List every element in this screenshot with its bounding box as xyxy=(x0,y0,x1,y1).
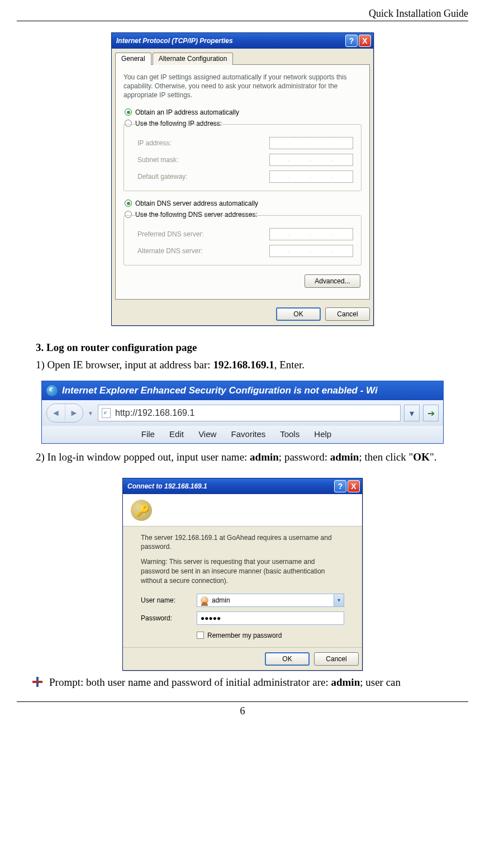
back-button[interactable]: ◄ xyxy=(47,404,65,422)
remember-password-label: Remember my password xyxy=(207,632,282,639)
ip-address-input: ... xyxy=(269,137,353,149)
radio-obtain-ip-auto[interactable]: Obtain an IP address automatically xyxy=(123,107,362,118)
menu-edit[interactable]: Edit xyxy=(169,429,184,439)
ie-titlebar: Internet Explorer Enhanced Security Conf… xyxy=(42,381,443,400)
general-tab-panel: You can get IP settings assigned automat… xyxy=(115,64,370,300)
username-row: User name: admin ▾ xyxy=(131,591,354,609)
close-button[interactable]: X xyxy=(359,35,371,47)
history-dropdown-icon[interactable]: ▼ xyxy=(87,410,94,416)
cancel-button[interactable]: Cancel xyxy=(314,652,359,666)
footer-rule xyxy=(17,701,468,702)
preferred-dns-label: Preferred DNS server: xyxy=(137,230,204,238)
menu-view[interactable]: View xyxy=(198,429,216,439)
alternate-dns-label: Alternate DNS server: xyxy=(137,247,203,255)
tcpip-button-row: OK Cancel xyxy=(112,303,373,325)
username-dropdown-icon[interactable]: ▾ xyxy=(334,594,344,606)
preferred-dns-input: ... xyxy=(269,228,353,240)
auth-dialog: Connect to 192.168.169.1 ? X The server … xyxy=(122,478,363,671)
username-label: User name: xyxy=(141,596,197,604)
radio-dot-icon xyxy=(125,200,132,207)
subnet-mask-input: ... xyxy=(269,154,353,166)
menu-favorites[interactable]: Favorites xyxy=(231,429,266,439)
user-icon xyxy=(201,596,208,604)
close-button[interactable]: X xyxy=(348,480,360,492)
username-value: admin xyxy=(212,596,230,604)
menu-tools[interactable]: Tools xyxy=(280,429,299,439)
step-1-text: 1) Open IE browser, input at address bar… xyxy=(36,357,468,373)
section-heading: 3. Log on router configuration page xyxy=(36,341,468,354)
cancel-button[interactable]: Cancel xyxy=(325,307,370,321)
menu-file[interactable]: File xyxy=(141,429,155,439)
tcpip-title-text: Internet Protocol (TCP/IP) Properties xyxy=(116,37,233,45)
page-header: Quick Installation Guide xyxy=(17,8,468,20)
tcpip-properties-dialog: Internet Protocol (TCP/IP) Properties ? … xyxy=(111,32,374,326)
radio-dot-icon xyxy=(125,108,132,116)
address-dropdown-button[interactable]: ▾ xyxy=(404,405,420,421)
nav-back-forward: ◄ ► xyxy=(46,404,83,423)
auth-title-text: Connect to 192.168.169.1 xyxy=(127,482,207,490)
dns-fields-group: Preferred DNS server: ... Alternate DNS … xyxy=(123,215,362,265)
remember-password-row[interactable]: Remember my password xyxy=(131,627,354,647)
ok-button[interactable]: OK xyxy=(265,652,310,666)
tab-general[interactable]: General xyxy=(115,53,151,65)
ie-nav-row: ◄ ► ▼ http://192.168.169.1 ▾ ➔ xyxy=(42,400,443,426)
ip-address-label: IP address: xyxy=(137,139,171,147)
forward-button[interactable]: ► xyxy=(65,404,83,422)
prompt-note: Prompt: both user name and password of i… xyxy=(17,674,468,690)
address-bar[interactable]: http://192.168.169.1 xyxy=(98,405,401,421)
ie-title-text: Internet Explorer Enhanced Security Conf… xyxy=(62,385,378,396)
tab-alternate-configuration[interactable]: Alternate Configuration xyxy=(153,53,234,65)
auth-server-message: The server 192.168.169.1 at GoAhead requ… xyxy=(141,533,344,552)
ip-fields-group: IP address: ... Subnet mask: ... Default… xyxy=(123,124,362,191)
username-input[interactable]: admin ▾ xyxy=(197,594,344,607)
auth-titlebar: Connect to 192.168.169.1 ? X xyxy=(123,478,362,494)
help-button[interactable]: ? xyxy=(345,35,358,47)
step-2-text: 2) In log-in window popped out, input us… xyxy=(17,449,468,466)
password-label: Password: xyxy=(141,614,197,622)
checkbox-icon[interactable] xyxy=(197,632,204,639)
address-bar-text: http://192.168.169.1 xyxy=(115,408,194,418)
radio-obtain-dns-label: Obtain DNS server address automatically xyxy=(135,200,258,207)
default-gateway-label: Default gateway: xyxy=(137,173,187,181)
radio-obtain-ip-label: Obtain an IP address automatically xyxy=(135,108,239,116)
keys-icon xyxy=(131,500,152,521)
tcpip-description: You can get IP settings assigned automat… xyxy=(123,73,362,100)
header-rule xyxy=(17,21,468,21)
auth-warning-message: Warning: This server is requesting that … xyxy=(141,557,344,585)
subnet-mask-label: Subnet mask: xyxy=(137,156,178,164)
ok-button[interactable]: OK xyxy=(276,307,321,321)
radio-obtain-dns-auto[interactable]: Obtain DNS server address automatically xyxy=(123,198,362,209)
go-button[interactable]: ➔ xyxy=(423,405,439,421)
ie-menu-bar: File Edit View Favorites Tools Help xyxy=(42,426,443,443)
menu-help[interactable]: Help xyxy=(314,429,331,439)
help-button[interactable]: ? xyxy=(334,480,346,492)
auth-banner xyxy=(123,494,362,527)
password-row: Password: ●●●●● xyxy=(131,609,354,627)
ie-logo-icon xyxy=(46,385,58,396)
password-input[interactable]: ●●●●● xyxy=(197,611,344,625)
tab-row: General Alternate Configuration xyxy=(112,49,373,64)
plus-bullet-icon xyxy=(32,677,42,687)
password-value: ●●●●● xyxy=(201,614,221,622)
alternate-dns-input: ... xyxy=(269,245,353,257)
tcpip-titlebar: Internet Protocol (TCP/IP) Properties ? … xyxy=(112,33,373,49)
auth-button-row: OK Cancel xyxy=(123,647,362,670)
page-number: 6 xyxy=(17,705,468,717)
ie-browser-figure: Internet Explorer Enhanced Security Conf… xyxy=(41,381,444,444)
page-icon xyxy=(102,408,111,418)
default-gateway-input: ... xyxy=(269,170,353,183)
advanced-button[interactable]: Advanced... xyxy=(305,274,360,288)
